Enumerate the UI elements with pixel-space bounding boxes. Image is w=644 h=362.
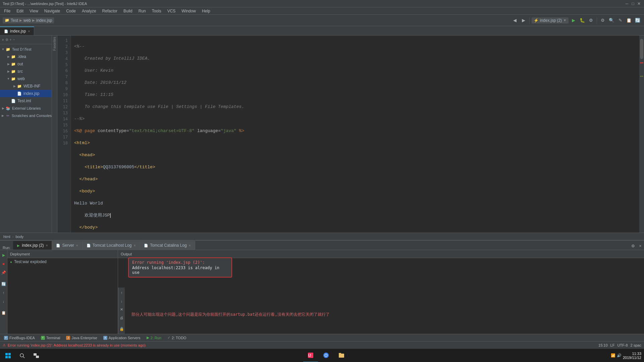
tree-item-scratches[interactable]: ▶ ✏ Scratches and Consoles [0,112,52,119]
menu-code[interactable]: Code [63,8,78,14]
run-show-log-btn[interactable]: 📋 [0,309,7,316]
run-tab-server-log[interactable]: 📄 Server × [52,241,82,250]
tab-todo[interactable]: ✓ 2: TODO [165,334,189,342]
tree-item-root[interactable]: ▼ 📁 Test D:\Test [0,46,52,53]
toolbar-forward-button[interactable]: ▶ [520,17,527,24]
taskbar-task-view-button[interactable] [30,349,43,362]
menu-refactor[interactable]: Refactor [100,8,120,14]
run-tab-server[interactable]: ▶ index.jsp (2) × [13,241,52,250]
win-clock[interactable]: 11:33 2019/11/12 [623,352,641,360]
status-position[interactable]: 15:10 [598,343,608,347]
tree-item-src[interactable]: ▶ 📁 src [0,68,52,75]
menu-file[interactable]: File [1,8,13,14]
tab-run[interactable]: ▶ 2: Run [144,334,164,342]
toolbar-btn-4[interactable]: 📋 [625,17,633,24]
editor-scrollbar[interactable] [639,36,644,233]
status-encoding[interactable]: UTF-8 [617,343,628,347]
todo-icon: ✓ [167,336,170,340]
run-panel-close[interactable]: × [637,242,644,250]
tree-item-out[interactable]: ▶ 📁 out [0,60,52,68]
tab-todo-label: 2: TODO [172,336,186,340]
run-config-label[interactable]: ⚡ index.jsp (2) ▼ [532,17,569,23]
tab-java-enterprise[interactable]: J Java Enterprise [63,334,100,342]
output-print[interactable]: 🖨 [118,314,125,321]
breadcrumb-html[interactable]: html [3,235,10,239]
run-tab-server-close-2[interactable]: × [76,244,78,247]
menu-build[interactable]: Build [121,8,135,14]
systray-volume[interactable]: 🔊 [617,353,622,358]
status-error-text[interactable]: Error running 'index.jsp (2)': Address l… [8,343,146,347]
toolbar-btn-3[interactable]: ✎ [616,17,624,24]
toolbar-btn-2[interactable]: 🔍 [608,17,615,24]
svg-line-5 [23,357,24,358]
debug-button[interactable]: 🐛 [579,17,586,24]
taskbar-intellij-app[interactable]: IJ [303,349,318,362]
run-tab-catalina[interactable]: 📄 Tomcat Catalina Log × [140,241,195,250]
menu-window[interactable]: Window [179,8,199,14]
run-panel-settings[interactable]: ⚙ [629,242,637,250]
coverage-button[interactable]: ⚙ [587,17,595,24]
run-reload-btn[interactable]: ↓ [0,298,7,305]
run-tree-label-war: Test:war exploded [14,259,47,264]
systray-network[interactable]: 📶 [611,353,615,358]
menu-run[interactable]: Run [136,8,149,14]
taskbar-search-button[interactable] [15,349,29,362]
output-scroll-top[interactable]: ↑ [118,289,125,296]
left-tab-favorites[interactable]: Favorites [52,36,57,52]
tree-item-indexjsp[interactable]: 📄 index.jsp [0,90,52,97]
menu-navigate[interactable]: Navigate [42,8,63,14]
run-redeploy-btn[interactable]: 🔄 [0,280,7,288]
run-tab-catalina-close[interactable]: × [189,244,191,247]
taskbar-explorer-app[interactable] [334,349,349,362]
project-breadcrumb[interactable]: 📁 Test ▶ web ▶ index.jsp [3,17,54,23]
run-button[interactable]: ▶ [570,17,577,24]
toolbar-btn-1[interactable]: ⚙ [599,17,606,24]
run-stop-btn[interactable]: ■ [0,260,7,267]
tab-terminal[interactable]: T Terminal [38,334,63,342]
status-lf[interactable]: LF [610,343,615,347]
sidebar-icon-1: ≡ [2,38,4,42]
toolbar-back-button[interactable]: ◀ [511,17,519,24]
run-config-name: index.jsp (2) [540,18,562,23]
run-tab-localhost-label: Tomcat Localhost Log [93,243,132,248]
output-scroll-bottom[interactable]: ↓ [118,297,125,305]
menu-edit[interactable]: Edit [14,8,26,14]
toolbar-separator-1 [529,17,530,24]
taskbar-chrome-app[interactable] [319,349,333,362]
menu-analyze[interactable]: Analyze [79,8,99,14]
menu-tools[interactable]: Tools [149,8,164,14]
status-spaces[interactable]: 2 spac [631,343,641,347]
tree-label-webinf: WEB-INF [23,84,41,88]
tab-app-servers[interactable]: A Application Servers [101,334,143,342]
project-label: Test [11,18,18,23]
editor-tab-indexjsp[interactable]: 📄 index.jsp × [0,26,34,35]
run-tree-item-war[interactable]: ● Test:war exploded [7,258,118,265]
code-content[interactable]: <%-- Created by IntelliJ IDEA. User: Kev… [71,36,639,233]
run-update-btn[interactable]: ↑ [0,289,7,296]
run-restart-btn[interactable]: ▶ [0,251,7,259]
run-pin-btn[interactable]: 📌 [0,269,7,276]
tree-item-web[interactable]: ▼ 📁 web [0,75,52,82]
tab-findbugs[interactable]: F FindBugs-IDEA [1,334,38,342]
tree-item-idea[interactable]: ▶ 📁 .idea [0,53,52,60]
tree-item-webinf[interactable]: ▶ 📁 WEB-INF [0,82,52,90]
scrollbar-thumb[interactable] [640,39,643,59]
tree-item-iml[interactable]: 📄 Test.iml [0,97,52,105]
windows-start-button[interactable] [1,349,15,362]
run-tab-localhost[interactable]: 📄 Tomcat Localhost Log × [83,241,140,250]
toolbar-btn-5[interactable]: 🔄 [634,17,641,24]
menu-view[interactable]: View [27,8,41,14]
maximize-button[interactable]: □ [631,1,635,6]
tree-item-extlibs[interactable]: ▶ 📚 External Libraries [0,105,52,112]
menu-help[interactable]: Help [199,8,213,14]
minimize-button[interactable]: ─ [625,1,629,6]
run-tab-server-close[interactable]: × [46,244,48,247]
run-tab-localhost-close[interactable]: × [133,244,136,247]
menu-vcs[interactable]: VCS [165,8,178,14]
editor-tab-close[interactable]: × [28,29,30,33]
deployment-header: Deployment [7,250,118,258]
output-clear[interactable]: ✕ [118,306,125,313]
breadcrumb-body[interactable]: body [15,235,23,239]
close-button[interactable]: ✕ [637,1,641,6]
output-scroll-lock[interactable]: 🔒 [118,325,125,333]
